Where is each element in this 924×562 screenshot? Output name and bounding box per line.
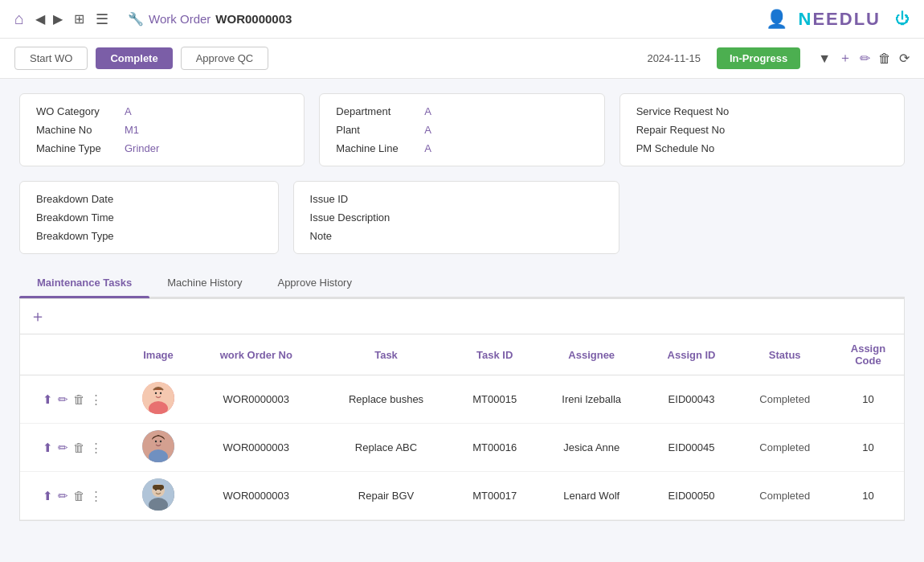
tabs-container: Maintenance Tasks Machine History Approv… <box>19 269 905 521</box>
row-upload-button[interactable]: ⬆ <box>43 489 53 503</box>
date-label: 2024-11-15 <box>647 52 701 64</box>
home-icon[interactable]: ⌂ <box>14 10 24 28</box>
top-navigation: ⌂ ◀ ▶ ⊞ ☰ 🔧 Work Order WOR0000003 👤 NEED… <box>0 0 924 39</box>
row-upload-button[interactable]: ⬆ <box>43 441 53 455</box>
row-upload-button[interactable]: ⬆ <box>43 392 53 407</box>
note-label: Note <box>310 230 399 242</box>
row-assign-code: 10 <box>832 375 904 424</box>
col-task-id: Task ID <box>452 334 537 375</box>
issue-id-label: Issue ID <box>310 193 399 205</box>
pm-schedule-row: PM Schedule No <box>636 142 888 154</box>
user-icon[interactable]: 👤 <box>766 9 787 30</box>
status-button[interactable]: In-Progress <box>717 47 800 69</box>
needlu-logo: NEEDLU <box>799 9 881 30</box>
machine-line-value: A <box>424 142 431 154</box>
machine-type-label: Machine Type <box>36 142 125 154</box>
wrench-icon: 🔧 <box>128 11 144 27</box>
machine-no-row: Machine No M1 <box>36 124 288 136</box>
tab-maintenance-tasks[interactable]: Maintenance Tasks <box>19 269 149 297</box>
forward-button[interactable]: ▶ <box>53 11 63 27</box>
edit-icon[interactable]: ✏ <box>860 51 870 66</box>
machine-no-value: M1 <box>125 124 139 136</box>
toolbar-icons: ▼ ＋ ✏ 🗑 ⟳ <box>818 50 910 67</box>
plant-row: Plant A <box>336 124 587 136</box>
content-area: WO Category A Machine No M1 Machine Type… <box>0 79 924 535</box>
row-actions-cell: ⬆ ✏ 🗑 ⋮ <box>20 424 125 472</box>
row-delete-button[interactable]: 🗑 <box>73 441 85 454</box>
col-image: Image <box>125 334 192 375</box>
tab-machine-history[interactable]: Machine History <box>149 269 260 297</box>
tasks-table: Image work Order No Task Task ID Assigne… <box>20 334 904 520</box>
row-assign-code: 10 <box>832 472 904 520</box>
row-task: Replace bushes <box>321 375 452 424</box>
wo-category-value: A <box>125 105 132 117</box>
row-more-button[interactable]: ⋮ <box>90 392 102 407</box>
row-image-cell <box>125 424 192 472</box>
row-image-cell <box>125 375 192 424</box>
row-edit-button[interactable]: ✏ <box>58 489 68 503</box>
refresh-icon[interactable]: ⟳ <box>899 51 910 66</box>
breakdown-date-label: Breakdown Date <box>36 193 125 205</box>
row-status: Completed <box>738 375 832 424</box>
row-image-cell <box>125 472 192 520</box>
wo-number: WOR0000003 <box>215 12 292 26</box>
row-status: Completed <box>738 424 832 472</box>
pm-schedule-label: PM Schedule No <box>636 142 725 154</box>
row-delete-button[interactable]: 🗑 <box>73 392 85 406</box>
approve-qc-button[interactable]: Approve QC <box>181 47 269 70</box>
empty-spacer <box>634 181 905 254</box>
row-assign-id: EID00050 <box>646 472 738 520</box>
delete-icon[interactable]: 🗑 <box>878 51 891 66</box>
row-task: Replace ABC <box>321 424 452 472</box>
filter-icon[interactable]: ▼ <box>818 51 831 66</box>
row-assignee: Ireni Izeballa <box>538 375 646 424</box>
row-assign-code: 10 <box>832 424 904 472</box>
row-assign-id: EID00043 <box>646 375 738 424</box>
table-add-button[interactable]: ＋ <box>30 306 46 327</box>
row-more-button[interactable]: ⋮ <box>90 441 102 455</box>
row-assignee: Lenard Wolf <box>538 472 646 520</box>
table-row: ⬆ ✏ 🗑 ⋮ WOR0000003 Repair BGV MT00017 Le… <box>20 472 904 520</box>
row-edit-button[interactable]: ✏ <box>58 441 68 455</box>
col-assign-id: Assign ID <box>646 334 738 375</box>
add-icon[interactable]: ＋ <box>839 50 852 67</box>
col-status: Status <box>738 334 832 375</box>
service-request-label: Service Request No <box>636 105 730 117</box>
table-header: ＋ <box>20 299 904 334</box>
complete-button[interactable]: Complete <box>96 47 172 69</box>
info-row-1: WO Category A Machine No M1 Machine Type… <box>19 93 905 166</box>
tab-approve-history[interactable]: Approve History <box>260 269 369 297</box>
table-row: ⬆ ✏ 🗑 ⋮ WOR0000003 Replace ABC MT00016 J… <box>20 424 904 472</box>
back-button[interactable]: ◀ <box>35 11 45 27</box>
repair-request-row: Repair Request No <box>636 124 888 136</box>
row-task-id: MT00015 <box>452 375 537 424</box>
row-edit-button[interactable]: ✏ <box>58 392 68 407</box>
machine-type-row: Machine Type Grinder <box>36 142 288 154</box>
action-bar: Start WO Complete Approve QC 2024-11-15 … <box>0 39 924 79</box>
row-delete-button[interactable]: 🗑 <box>73 489 85 503</box>
row-task-id: MT00016 <box>452 424 537 472</box>
col-assign-code: AssignCode <box>832 334 904 375</box>
info-row-2: Breakdown Date Breakdown Time Breakdown … <box>19 181 905 254</box>
machine-no-label: Machine No <box>36 124 125 136</box>
repair-request-label: Repair Request No <box>636 124 726 136</box>
col-assignee: Assignee <box>538 334 646 375</box>
row-actions-cell: ⬆ ✏ 🗑 ⋮ <box>20 472 125 520</box>
row-actions-cell: ⬆ ✏ 🗑 ⋮ <box>20 375 125 424</box>
nav-arrows: ◀ ▶ <box>35 11 63 27</box>
issue-card: Issue ID Issue Description Note <box>293 181 620 254</box>
row-work-order-no: WOR0000003 <box>192 424 321 472</box>
note-row: Note <box>310 230 603 242</box>
issue-id-row: Issue ID <box>310 193 603 205</box>
avatar <box>142 430 174 462</box>
power-icon[interactable]: ⏻ <box>895 10 910 27</box>
start-wo-button[interactable]: Start WO <box>14 47 88 70</box>
row-more-button[interactable]: ⋮ <box>90 489 102 503</box>
breakdown-type-label: Breakdown Type <box>36 230 125 242</box>
svg-point-4 <box>160 392 161 394</box>
table-row: ⬆ ✏ 🗑 ⋮ WOR0000003 Replace bushes MT0001… <box>20 375 904 424</box>
hamburger-icon[interactable]: ☰ <box>96 10 108 28</box>
maintenance-tasks-table: ＋ Image work Order No Task Task ID Assig… <box>19 298 905 521</box>
grid-icon[interactable]: ⊞ <box>74 11 84 27</box>
col-work-order-no: work Order No <box>192 334 321 375</box>
